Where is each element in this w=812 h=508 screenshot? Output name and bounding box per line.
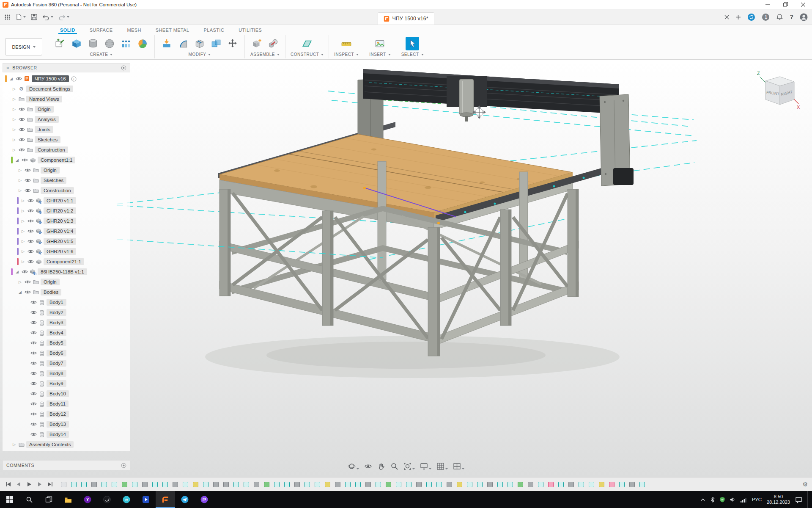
- timeline-feature-solid[interactable]: [629, 482, 635, 487]
- visibility-eye-icon[interactable]: [26, 229, 35, 233]
- visibility-eye-icon[interactable]: [23, 168, 32, 172]
- timeline-feature-solid[interactable]: [365, 482, 371, 487]
- expand-arrow[interactable]: ▷: [20, 199, 26, 203]
- expand-arrow[interactable]: ◢: [8, 77, 14, 81]
- browser-header[interactable]: « BROWSER: [3, 63, 130, 72]
- visibility-eye-icon[interactable]: [26, 249, 35, 254]
- view-cube[interactable]: Z FRONT RIGHT X: [754, 68, 801, 116]
- restore-button[interactable]: [776, 0, 794, 9]
- visibility-eye-icon[interactable]: [17, 107, 26, 111]
- expand-arrow[interactable]: ▷: [11, 107, 17, 111]
- visibility-eye-icon[interactable]: [29, 310, 38, 315]
- timeline-feature-sketch[interactable]: [203, 482, 208, 487]
- browser-row-ghr20-v1-5[interactable]: ▷GHR20 v1:5: [3, 236, 130, 246]
- cylinder-button[interactable]: [86, 37, 100, 50]
- timeline-feature-sketch[interactable]: [467, 482, 472, 487]
- timeline-feature-sketch[interactable]: [244, 482, 249, 487]
- taskbar-file-explorer[interactable]: [58, 491, 78, 508]
- file-menu-button[interactable]: [16, 14, 26, 20]
- taskbar-browser-yahoo[interactable]: Y: [78, 491, 97, 508]
- browser-row-ghr20-v1-2[interactable]: ▷GHR20 v1:2: [3, 206, 130, 216]
- timeline-feature-sketch[interactable]: [81, 482, 87, 487]
- visibility-eye-icon[interactable]: [26, 199, 35, 203]
- insert-image-button[interactable]: [373, 37, 387, 50]
- new-component-button[interactable]: [250, 37, 263, 50]
- measure-button[interactable]: [340, 37, 353, 50]
- timeline-feature-plane[interactable]: [599, 482, 604, 487]
- timeline-feature-sketch[interactable]: [396, 482, 401, 487]
- visibility-eye-icon[interactable]: [29, 402, 38, 406]
- visibility-eye-icon[interactable]: [17, 127, 26, 132]
- visibility-eye-icon[interactable]: [29, 341, 38, 345]
- ribbon-tab-sheet-metal[interactable]: SHEET METAL: [155, 27, 190, 34]
- expand-arrow[interactable]: ◢: [14, 270, 20, 274]
- timeline-feature-sketch[interactable]: [132, 482, 137, 487]
- browser-row-component1-1[interactable]: ◢Component1:1: [3, 155, 130, 165]
- timeline-feature-solid[interactable]: [335, 482, 340, 487]
- ribbon-group-label-select[interactable]: SELECT: [401, 52, 424, 58]
- browser-row-ghr20-v1-1[interactable]: ▷GHR20 v1:1: [3, 196, 130, 206]
- browser-row-body7[interactable]: Body7: [3, 358, 130, 368]
- comments-options-icon[interactable]: [121, 463, 126, 468]
- browser-row-ghr20-v1-6[interactable]: ▷GHR20 v1:6: [3, 246, 130, 257]
- expand-arrow[interactable]: ▷: [17, 178, 23, 182]
- timeline-feature-solid[interactable]: [142, 482, 148, 487]
- timeline-feature-sketch[interactable]: [274, 482, 280, 487]
- timeline-feature-solid[interactable]: [173, 482, 178, 487]
- browser-row-sketches[interactable]: ▷Sketches: [3, 135, 130, 145]
- expand-arrow[interactable]: ▷: [20, 209, 26, 213]
- gantry-right-upright[interactable]: [600, 94, 634, 186]
- visibility-eye-icon[interactable]: [23, 188, 32, 193]
- timeline-feature-solid[interactable]: [213, 482, 219, 487]
- orbit-button[interactable]: [347, 461, 360, 471]
- timeline-feature-sketch[interactable]: [497, 482, 503, 487]
- ribbon-group-label-inspect[interactable]: INSPECT: [334, 52, 359, 58]
- timeline-feature-solid[interactable]: [487, 482, 493, 487]
- browser-row-document-settings[interactable]: ▷⚙Document Settings: [3, 84, 130, 94]
- ribbon-tab-plastic[interactable]: PLASTIC: [203, 27, 225, 34]
- visibility-eye-icon[interactable]: [23, 280, 32, 284]
- taskbar-telegram[interactable]: [175, 491, 195, 508]
- expand-arrow[interactable]: ▷: [11, 148, 17, 152]
- browser-row-body6[interactable]: Body6: [3, 348, 130, 358]
- panel-options-icon[interactable]: [121, 65, 126, 71]
- ribbon-group-label-construct[interactable]: CONSTRUCT: [291, 52, 324, 58]
- clock[interactable]: 8:50 28.12.2023: [767, 494, 790, 505]
- timeline-feature-sketch[interactable]: [71, 482, 77, 487]
- minimize-button[interactable]: [759, 0, 776, 9]
- expand-arrow[interactable]: ▷: [11, 87, 17, 91]
- timeline-feature-sketch[interactable]: [538, 482, 543, 487]
- timeline-feature-sketch[interactable]: [284, 482, 290, 487]
- account-avatar[interactable]: [800, 13, 808, 21]
- browser-row-body10[interactable]: Body10: [3, 389, 130, 399]
- timeline-feature-sketch[interactable]: [639, 482, 645, 487]
- timeline-feature-problem[interactable]: [609, 482, 614, 487]
- browser-row-body1[interactable]: Body1: [3, 297, 130, 307]
- timeline-feature-joint[interactable]: [386, 482, 391, 487]
- timeline-feature-sketch[interactable]: [233, 482, 239, 487]
- timeline-feature-solid[interactable]: [416, 482, 422, 487]
- timeline-go-to-end-button[interactable]: [47, 480, 54, 488]
- timeline-feature-joint[interactable]: [518, 482, 523, 487]
- taskbar-start[interactable]: [0, 491, 19, 508]
- ribbon-tab-solid[interactable]: SOLID: [59, 27, 76, 34]
- timeline-go-to-start-button[interactable]: [4, 480, 12, 488]
- expand-arrow[interactable]: ▷: [20, 229, 26, 233]
- timeline-step-back-button[interactable]: [15, 480, 22, 488]
- timeline-feature-solid[interactable]: [223, 482, 229, 487]
- visibility-eye-icon[interactable]: [29, 412, 38, 416]
- construct-plane-button[interactable]: [300, 37, 314, 50]
- expand-arrow[interactable]: ◢: [14, 158, 20, 162]
- visibility-eye-icon[interactable]: [17, 117, 26, 121]
- expand-arrow[interactable]: ▷: [11, 138, 17, 142]
- visibility-eye-icon[interactable]: [23, 178, 32, 182]
- expand-arrow[interactable]: ▷: [20, 219, 26, 223]
- expand-arrow[interactable]: ▷: [17, 168, 23, 172]
- visibility-eye-icon[interactable]: [29, 351, 38, 355]
- ribbon-tab-mesh[interactable]: MESH: [126, 27, 142, 34]
- timeline-feature-sketch[interactable]: [426, 482, 432, 487]
- timeline-feature-sketch[interactable]: [406, 482, 411, 487]
- browser-row-assembly-contexts[interactable]: ▷Assembly Contexts: [3, 439, 130, 450]
- visibility-eye-icon[interactable]: [29, 381, 38, 386]
- move-copy-button[interactable]: [226, 37, 239, 50]
